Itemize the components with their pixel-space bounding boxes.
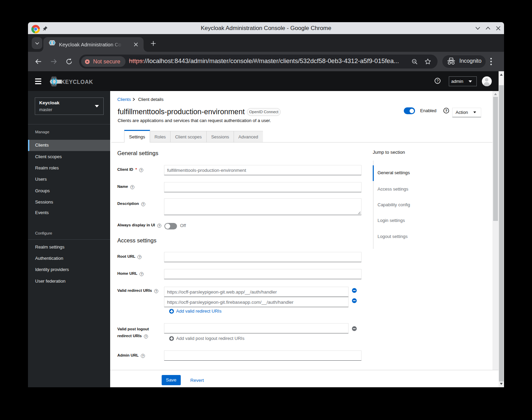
- svg-text:?: ?: [437, 79, 439, 83]
- svg-text:?: ?: [445, 109, 447, 113]
